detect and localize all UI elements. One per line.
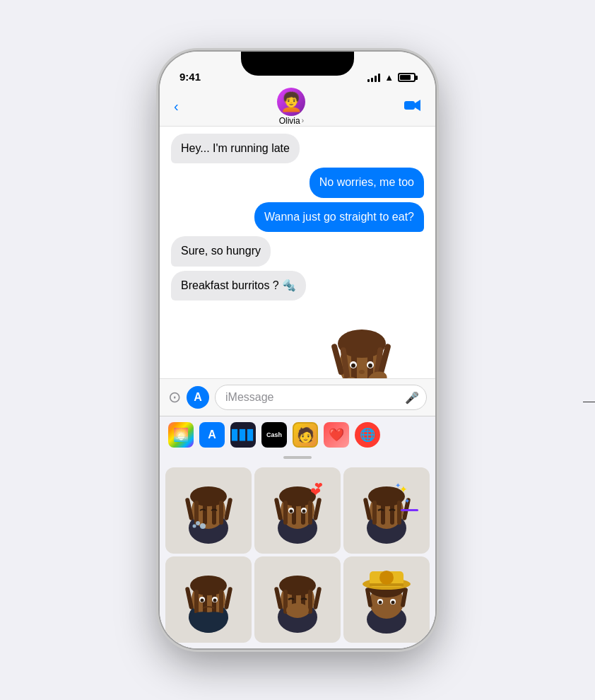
svg-rect-0 bbox=[404, 101, 415, 110]
browse-icon: 🌐 bbox=[360, 427, 375, 443]
svg-point-97 bbox=[389, 573, 393, 578]
soundcloud-icon: ▊▊▊ bbox=[232, 429, 255, 441]
svg-point-45 bbox=[302, 510, 306, 513]
message-text-5: Breakfast burritos ? 🔩 bbox=[181, 279, 296, 291]
stickers-icon: ❤️ bbox=[329, 427, 344, 443]
message-text-2: No worries, me too bbox=[319, 176, 414, 188]
svg-rect-70 bbox=[219, 590, 223, 614]
app-tray: 🌅 A ▊▊▊ Cash 🧑 ❤️ bbox=[160, 416, 435, 648]
input-placeholder: iMessage bbox=[225, 391, 273, 404]
svg-rect-25 bbox=[203, 501, 207, 525]
contact-name-text: Olivia bbox=[279, 116, 300, 126]
message-bubble-received-4[interactable]: Sure, so hungry bbox=[171, 236, 271, 266]
contact-name: Olivia › bbox=[279, 116, 304, 126]
sticker-sneeze[interactable] bbox=[165, 467, 252, 554]
svg-rect-56 bbox=[397, 501, 401, 525]
status-icons: ▲ bbox=[367, 72, 416, 83]
battery-fill bbox=[400, 75, 411, 80]
svg-rect-54 bbox=[381, 501, 385, 525]
svg-text:✦: ✦ bbox=[395, 482, 401, 489]
apps-button[interactable]: A bbox=[187, 386, 209, 409]
signal-bar-3 bbox=[375, 76, 377, 82]
message-bubble-sent-3[interactable]: Wanna just go straight to eat? bbox=[254, 202, 424, 232]
app-tray-icons: 🌅 A ▊▊▊ Cash 🧑 ❤️ bbox=[160, 416, 435, 453]
chevron-right-icon: › bbox=[302, 117, 304, 124]
svg-point-74 bbox=[201, 599, 204, 602]
svg-rect-67 bbox=[194, 590, 199, 614]
battery-icon bbox=[398, 73, 416, 82]
tray-cash-button[interactable]: Cash bbox=[261, 422, 287, 448]
svg-rect-53 bbox=[372, 501, 377, 525]
message-input[interactable]: iMessage 🎤 bbox=[215, 385, 427, 410]
avatar: 🧑‍🦱 bbox=[277, 88, 305, 116]
svg-rect-55 bbox=[390, 501, 394, 525]
mic-icon[interactable]: 🎤 bbox=[405, 391, 419, 404]
tray-appstore-button[interactable]: A bbox=[199, 422, 225, 448]
svg-text:✦: ✦ bbox=[404, 497, 410, 505]
memoji-icon: 🧑 bbox=[297, 426, 314, 443]
photos-icon: 🌅 bbox=[173, 427, 189, 443]
message-bubble-received-5[interactable]: Breakfast burritos ? 🔩 bbox=[171, 271, 306, 301]
tray-stickers-button[interactable]: ❤️ bbox=[324, 422, 349, 448]
svg-point-103 bbox=[391, 601, 395, 605]
apps-icon: A bbox=[194, 391, 202, 404]
nav-bar: ‹ 🧑‍🦱 Olivia › bbox=[160, 87, 435, 127]
svg-rect-61 bbox=[401, 509, 418, 511]
sticker-hat[interactable] bbox=[343, 556, 430, 643]
svg-rect-26 bbox=[212, 501, 216, 525]
svg-text:❤: ❤ bbox=[314, 480, 323, 491]
svg-point-15 bbox=[368, 363, 372, 368]
input-area: ⊙ A iMessage 🎤 bbox=[160, 378, 435, 416]
back-button[interactable]: ‹ bbox=[174, 98, 179, 115]
phone-frame: 9:41 ▲ ‹ bbox=[160, 52, 435, 648]
svg-point-102 bbox=[379, 601, 382, 605]
status-time: 9:41 bbox=[179, 71, 201, 83]
svg-rect-40 bbox=[308, 501, 312, 525]
annotation-line bbox=[583, 402, 595, 402]
camera-button[interactable]: ⊙ bbox=[168, 388, 181, 407]
tray-photos-button[interactable]: 🌅 bbox=[168, 422, 194, 448]
svg-point-87 bbox=[286, 603, 309, 617]
tray-memoji-button[interactable]: 🧑 bbox=[293, 422, 318, 448]
sticker-yawn[interactable] bbox=[254, 556, 341, 643]
appstore-icon: A bbox=[208, 428, 216, 441]
svg-rect-27 bbox=[219, 501, 223, 525]
message-text-4: Sure, so hungry bbox=[181, 245, 261, 257]
tray-separator bbox=[283, 456, 312, 459]
svg-rect-37 bbox=[283, 501, 288, 525]
wifi-icon: ▲ bbox=[384, 72, 394, 83]
message-bubble-received-1[interactable]: Hey... I'm running late bbox=[171, 134, 300, 163]
message-text-3: Wanna just go straight to eat? bbox=[264, 211, 414, 223]
tray-browse-button[interactable]: 🌐 bbox=[355, 422, 380, 448]
svg-point-14 bbox=[351, 363, 355, 368]
cash-icon: Cash bbox=[266, 431, 282, 438]
sticker-grid: ❤ ❤ bbox=[160, 462, 435, 648]
svg-point-96 bbox=[380, 573, 384, 578]
svg-point-44 bbox=[290, 510, 293, 513]
svg-rect-24 bbox=[194, 501, 199, 525]
tray-soundcloud-button[interactable]: ▊▊▊ bbox=[230, 422, 256, 448]
svg-point-30 bbox=[200, 523, 206, 529]
notch bbox=[241, 52, 354, 76]
message-text-1: Hey... I'm running late bbox=[181, 142, 290, 154]
video-call-button[interactable] bbox=[404, 98, 421, 116]
signal-bars-icon bbox=[367, 74, 380, 82]
annotation: Browse iMessage apps. bbox=[583, 396, 595, 407]
signal-bar-4 bbox=[378, 74, 380, 82]
signal-bar-1 bbox=[367, 79, 370, 82]
sticker-serious[interactable] bbox=[165, 556, 252, 643]
messages-area: Hey... I'm running late No worries, me t… bbox=[160, 127, 435, 378]
signal-bar-2 bbox=[371, 78, 373, 82]
svg-point-16 bbox=[359, 370, 365, 374]
contact-info[interactable]: 🧑‍🦱 Olivia › bbox=[277, 88, 305, 126]
memoji-sticker bbox=[305, 305, 418, 378]
svg-point-75 bbox=[213, 599, 217, 602]
message-bubble-sent-2[interactable]: No worries, me too bbox=[310, 168, 424, 197]
svg-point-29 bbox=[196, 521, 200, 525]
sticker-love[interactable]: ❤ ❤ bbox=[254, 467, 341, 554]
svg-marker-1 bbox=[415, 100, 420, 111]
avatar-memoji: 🧑‍🦱 bbox=[280, 93, 302, 111]
svg-point-31 bbox=[193, 525, 196, 528]
sticker-sparkle[interactable]: ✦ ✦ ✦ bbox=[343, 467, 430, 554]
